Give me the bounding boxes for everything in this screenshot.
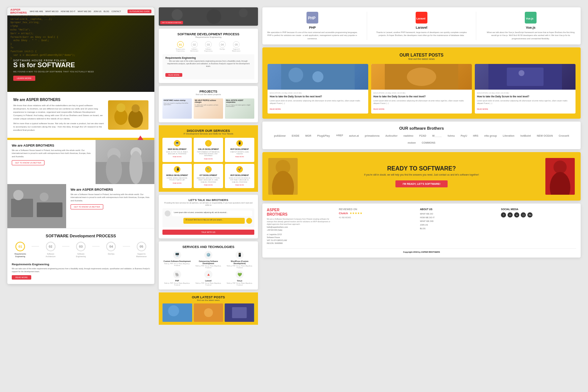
post-card-1[interactable]: EDUCATION | 21 Mar 2019 | 16:15 Min How … [268, 64, 368, 114]
read-more-btn[interactable]: READ MORE [165, 73, 182, 77]
post-banner-thumb-1[interactable] [162, 303, 192, 322]
service-item-3[interactable]: 📱 MVP DEVELOPMENT STARTUP GROWTH, LEAN, … [225, 138, 254, 162]
step-mini-label-5: Support & Maintenance [230, 48, 243, 52]
service-link-5[interactable]: READ MORE [196, 184, 221, 186]
nav-did[interactable]: WHAT WE DID [78, 10, 91, 12]
svc-item-4: 🐘 PHP Node.js, PHP, Vue.js, React, Angul… [162, 270, 192, 286]
sdp-card-title: SOFTWARE Development PROCESS [162, 32, 254, 36]
nav-contact[interactable]: CONTACT [111, 10, 121, 12]
footer-link-join-us[interactable]: JOIN US [420, 223, 495, 227]
svc-item-1: 🖥️ Custom Software Development Node.js, … [162, 251, 192, 269]
brand-pzad: PZAD [418, 134, 428, 138]
posts-banner: OUR LATEST POSTS find out the latest new… [159, 292, 258, 325]
service-link-4[interactable]: READ MORE [165, 182, 190, 184]
talk-avatar-1 [165, 211, 171, 216]
req-eng-content: Requirements Engineering We can take car… [12, 263, 150, 280]
hero-learn-more-btn[interactable]: LEARN MORE [13, 76, 35, 81]
project-thumb-2[interactable]: WE HELP PEOPLE achieve changes In collab… [194, 98, 223, 119]
tech-item-laravel: Laravel Laravel Thanks to Laravel, anoth… [376, 12, 467, 40]
social-icon-instagram[interactable]: ☐ [521, 212, 526, 217]
service-item-4[interactable]: 📲 MOBILE DEVELOPMENT HYBRID, MOBILE BACK… [162, 164, 192, 188]
post-banner-thumb-3[interactable] [225, 303, 254, 322]
footer-link-what-we-did[interactable]: WHAT WE DID [420, 220, 495, 223]
sdp-step-2: 02 SoftwareArchitecture [42, 242, 59, 258]
post-link-1[interactable]: READ MORE [270, 108, 281, 110]
req-eng-body: We can take care of the entire requireme… [12, 267, 150, 273]
ready-btn[interactable]: I'M READY, LET'S SOFTWARE! [395, 180, 448, 187]
footer-link-blog[interactable]: BLOG [420, 227, 495, 231]
sdp-section: SOFTWARE Development PROCESS 01 Requirem… [7, 228, 154, 263]
meeting-silhouette [96, 140, 154, 184]
svc-desc-4: Node.js, PHP, Vue.js, React, Angular.js,… [162, 282, 192, 286]
project-label-3: REAL ESTATE AGENT cooperation [225, 98, 254, 104]
service-desc-1: NODE.JS, PHP, VUE.JS, REACT, ANGULAR.JS,… [165, 151, 190, 155]
nav-blog[interactable]: BLOG [104, 10, 109, 12]
about3-text: We are ASPER BROTHERS We are a Software … [66, 184, 154, 228]
vue-icon: Vue.js [525, 12, 537, 24]
req-eng-btn[interactable]: READ MORE [12, 275, 31, 280]
service-item-5[interactable]: 🔧 IoT DEVELOPMENT EMBEDDED, ARDUINO, PYT… [194, 164, 223, 188]
post-card-img-1 [268, 64, 368, 90]
service-link-3[interactable]: READ MORE [227, 156, 252, 158]
about-photo [108, 100, 148, 130]
nav-join[interactable]: JOIN US [93, 10, 101, 12]
post-card-2[interactable]: EDUCATION | 21 Mar 2019 | 16:15 Min How … [371, 64, 472, 114]
service-icon-1: 💻 [174, 140, 180, 147]
social-icon-linkedin[interactable]: in [508, 212, 513, 217]
social-icon-facebook[interactable]: f [501, 212, 506, 217]
svc-desc-2: Node.js, PHP, Vue.js, React, Angular.js,… [194, 265, 223, 269]
nav-who[interactable]: WHO WE ARE [30, 10, 43, 12]
svc-name-2: Outsourcing Software Development [194, 260, 223, 265]
svg-rect-10 [11, 199, 33, 217]
strip-cta-btn[interactable]: GET TO KNOW US BETTER [160, 21, 183, 24]
nav-outsourcing-btn[interactable]: OUTSOURCING GUIDE [128, 10, 151, 13]
footer-link-what-we-do[interactable]: WHAT WE DO [420, 212, 495, 216]
social-icon-behance[interactable]: Be [527, 212, 533, 217]
about-title: We are ASPER BROTHERS [13, 98, 104, 102]
brand-xref: ✕REF [334, 133, 345, 138]
step-connector-2 [62, 246, 69, 247]
service-link-2[interactable]: READ MORE [196, 158, 221, 160]
svg-point-34 [407, 68, 436, 86]
services-grid: 💻 WEB DEVELOPMENT NODE.JS, PHP, VUE.JS, … [162, 138, 254, 188]
services-title: DISCOVER OUR SERVICES [162, 129, 254, 133]
post-banner-thumb-2[interactable] [194, 303, 223, 322]
service-desc-4: HYBRID, MOBILE BACKBONE, PROJECT NATIVE,… [165, 177, 190, 181]
brand-etta: etta group [483, 134, 498, 138]
footer-about: We are a Software Development Company fr… [267, 218, 333, 226]
hero-title: S is for SOFTWARE [13, 62, 94, 69]
footer-link-how-we-do[interactable]: HOW WE DO IT [420, 216, 495, 220]
service-icon-6: 🚀 [236, 166, 243, 173]
service-link-1[interactable]: READ MORE [165, 156, 190, 158]
svg-point-1 [116, 103, 125, 112]
about2-btn[interactable]: GET TO KNOW US BETTER [12, 160, 44, 165]
sdp-step-3: 03 SoftwareEngineering [72, 242, 89, 258]
social-icon-twitter[interactable]: ✦ [514, 212, 519, 217]
service-link-6[interactable]: READ MORE [227, 184, 252, 186]
svc-desc-1: Node.js, PHP, Vue.js, React, Angular.js,… [162, 263, 192, 266]
step-mini-5: 05 Support & Maintenance [230, 41, 243, 52]
nav-how[interactable]: HOW WE DO IT [61, 10, 75, 12]
project-thumb-1[interactable]: UNOETHNIC motors startup Used cars locat… [162, 98, 192, 119]
service-item-6[interactable]: 🚀 MVP DEVELOPMENT NODE.JS IS RUN ON NODE… [225, 164, 254, 188]
service-item-1[interactable]: 💻 WEB DEVELOPMENT NODE.JS, PHP, VUE.JS, … [162, 138, 192, 162]
post-link-3[interactable]: READ MORE [477, 108, 488, 110]
step-label-2: SoftwareArchitecture [42, 253, 59, 258]
brand-commons: COMMONS [420, 141, 437, 145]
brand-hrs: HRS [472, 134, 480, 138]
clutch-reviews: 41 REVIEWS [339, 216, 414, 219]
hero-content: SOFTWARE HOUSE FROM POLAND S is for SOFT… [13, 59, 94, 81]
about3-btn[interactable]: GET TO KNOW US BETTER [71, 204, 103, 209]
req-section-title: Requirements Engineering [165, 57, 251, 59]
step-mini-circle-1: 01 [177, 41, 184, 48]
php-title: PHP [267, 26, 358, 29]
project-thumb-3[interactable]: REAL ESTATE AGENT cooperation We are hel… [225, 98, 254, 119]
post-link-2[interactable]: READ MORE [373, 108, 384, 110]
about3-title: We are ASPER BROTHERS [71, 188, 150, 191]
service-item-2[interactable]: ⚡ VUE.JS DEVELOPMENT PERFORMANCE OPTIMIZ… [194, 138, 223, 162]
brand-mokee: mokee [406, 141, 417, 145]
talk-cta-btn[interactable]: TALK WITH US [162, 230, 254, 235]
post-card-3[interactable]: EDUCATION | 21 Mar 2019 | 16:15 Min How … [475, 64, 576, 114]
nav-what[interactable]: WHAT WE DO [45, 10, 58, 12]
footer-address: ul. Legnicka 12/13 Software House VAT: 5… [267, 233, 333, 245]
